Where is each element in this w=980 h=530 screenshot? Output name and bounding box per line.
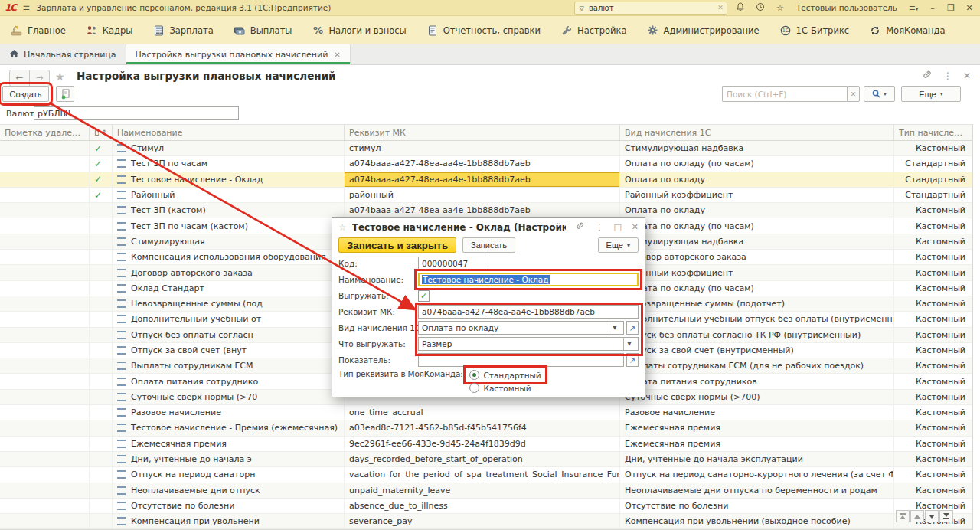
table-row-19[interactable]: Тестовое начисление - Премия (ежемесячна… (0, 420, 972, 436)
tab-1[interactable]: Начальная страница (0, 44, 126, 64)
table-row-4[interactable]: ✓РайонныйрайонныйРайонный коэффициентСта… (0, 188, 972, 203)
export-checkbox[interactable]: ✓ (418, 290, 430, 302)
create-by-copy-button[interactable] (56, 86, 74, 102)
type-cell: Стандартный (894, 156, 972, 171)
list-search-input[interactable] (722, 86, 847, 102)
name-input[interactable]: Тестовое начисление - Оклад (418, 273, 639, 286)
table-row-21[interactable]: Дни, учтенные до начала эdays_recorded_b… (0, 452, 972, 467)
column-header-3[interactable]: Наименование (113, 125, 345, 140)
tab-close-icon[interactable]: ✕ (334, 51, 340, 59)
kind-cell: Компенсация при увольнении (выходное пос… (620, 514, 894, 528)
menu-item-9[interactable]: 1С1С-Битрикс (779, 25, 850, 36)
dialog-link-icon[interactable] (576, 222, 585, 232)
deletion-mark-cell (0, 390, 90, 404)
close-window-icon[interactable]: ✕ (963, 3, 975, 13)
name-value: Оплата питания сотруднико (131, 377, 258, 387)
column-header-6[interactable]: Тип начисления в МояКоманда (894, 125, 972, 140)
create-button[interactable]: Создать (2, 86, 49, 102)
list-more-button[interactable]: Еще ▾ (901, 86, 961, 102)
mk-cell: a03ead8c-7121-4562-b85d-f45b541756f4 (345, 420, 620, 435)
mk-attr-field-row: Реквизит МК: a074baaa-a427-48ea-aa4e-1bb… (338, 305, 639, 319)
menu-item-4[interactable]: Выплаты (234, 25, 292, 36)
type-value: Кастомный (916, 439, 965, 449)
history-clock-icon[interactable] (753, 2, 767, 14)
notifications-bell-icon[interactable] (733, 2, 747, 14)
deletion-mark-cell (0, 514, 90, 528)
attr-type-radio-2[interactable]: Кастомный (467, 382, 543, 394)
dialog-maximize-icon[interactable]: □ (613, 222, 621, 232)
search-options-button[interactable]: ▾ (864, 86, 895, 102)
back-arrow-button[interactable]: ← (9, 70, 30, 87)
menu-item-2[interactable]: Кадры (86, 25, 133, 36)
get-link-icon[interactable] (923, 70, 933, 81)
column-header-5[interactable]: Вид начисления 1С (620, 125, 894, 140)
dialog-titlebar[interactable]: ☆ Тестовое начисление - Оклад (Настройка… (332, 218, 645, 237)
close-form-icon[interactable]: ✕ (963, 70, 971, 81)
main-menu-icon[interactable]: ≡ (22, 2, 30, 13)
type-value: Кастомный (916, 237, 965, 247)
service-menu-icon[interactable]: ≡▾ (906, 3, 920, 13)
table-row-18[interactable]: Разовое начислениеone_time_accrualРазово… (0, 405, 972, 420)
page-down-button[interactable] (925, 510, 939, 522)
attr-type-field-row: Тип реквизита в МояКоманда: СтандартныйК… (338, 369, 639, 394)
open-item-icon[interactable]: ↗ (626, 321, 639, 335)
dropdown-chevron-icon[interactable]: ▼ (623, 338, 635, 350)
accrual-kind-input[interactable]: Оплата по окладу ▼ (418, 321, 624, 335)
column-header-1[interactable]: Пометка удаления (0, 125, 90, 140)
dialog-favorite-star-icon[interactable]: ☆ (338, 222, 347, 233)
dialog-more-button[interactable]: Еще ▾ (598, 237, 639, 253)
type-cell: Кастомный (894, 203, 972, 218)
name-value: Суточные сверх нормы (>70 (131, 392, 257, 402)
table-row-1[interactable]: ✓СтимулстимулСтимулирующая надбавкаКасто… (0, 141, 972, 156)
table-row-24[interactable]: Отсутствие по болезниabsence_due_to_illn… (0, 499, 972, 514)
page-up-button[interactable] (910, 510, 924, 522)
dropdown-chevron-icon[interactable]: ▼ (609, 322, 620, 334)
favorites-star-icon[interactable]: ☆ (773, 3, 787, 13)
go-first-button[interactable] (896, 510, 910, 522)
menu-item-3[interactable]: Зарплата (152, 25, 213, 36)
mk-value: one_time_accrual (349, 407, 423, 417)
table-row-25[interactable]: Компенсация при увольнениseverance_payКо… (0, 514, 972, 529)
go-last-button[interactable] (939, 510, 953, 522)
attr-type-radio-1[interactable]: Стандартный (467, 369, 543, 381)
type-value: Кастомный (916, 469, 965, 479)
table-row-22[interactable]: Отпуск на период санаторнvacation_for_th… (0, 467, 972, 483)
code-input[interactable]: 000000047 (418, 257, 488, 270)
column-header-2[interactable]: Выгр...↑ (90, 125, 113, 140)
menu-item-10[interactable]: МояКоманда (869, 25, 945, 36)
table-row-23[interactable]: Неоплачиваемые дни отпускunpaid_maternit… (0, 483, 972, 499)
dialog-close-icon[interactable]: ✕ (632, 222, 639, 232)
menu-item-5[interactable]: %Налоги и взносы (312, 25, 406, 36)
currency-input[interactable] (34, 106, 239, 120)
global-search-input[interactable]: 🜄 валют ✕ (574, 2, 727, 15)
type-cell: Кастомный (894, 358, 972, 373)
dialog-kebab-menu-icon[interactable]: ⋮ (595, 222, 603, 232)
mk-attr-input[interactable]: a074baaa-a427-48ea-aa4e-1bb888db7aeb (418, 305, 639, 319)
tab-2[interactable]: Настройка выгрузки плановых начислений✕ (126, 44, 351, 64)
name-value: Договор авторского заказа (131, 268, 253, 278)
kebab-menu-icon[interactable]: ⋮ (943, 70, 952, 81)
global-search-value[interactable]: валют (589, 4, 714, 12)
table-row-2[interactable]: ✓Тест ЗП по часамa074baaa-a427-48ea-aa4e… (0, 156, 972, 172)
menu-item-6[interactable]: Отчетность, справки (426, 25, 541, 36)
save-and-close-button[interactable]: Записать и закрыть (338, 237, 456, 253)
column-header-4[interactable]: Реквизит МК (345, 125, 620, 140)
table-row-20[interactable]: Ежемесячная премия9ec2961f-ee66-433e-9d4… (0, 437, 972, 452)
menu-item-7[interactable]: Настройка (560, 25, 627, 36)
radio-dot-icon (469, 370, 479, 380)
open-item-icon[interactable]: ↗ (626, 353, 639, 367)
page-favorite-star-icon[interactable]: ★ (55, 70, 65, 83)
minimize-icon[interactable]: – (926, 3, 939, 13)
save-button[interactable]: Записать (462, 237, 515, 253)
code-field-row: Код: 000000047 (338, 257, 639, 270)
indicator-input[interactable] (418, 353, 624, 367)
search-clear-icon[interactable]: ✕ (717, 4, 724, 11)
forward-arrow-button[interactable]: → (30, 70, 50, 87)
what-export-input[interactable]: Размер ▼ (418, 337, 639, 351)
list-search-clear-icon[interactable]: ✕ (847, 86, 860, 102)
restore-icon[interactable]: ❒ (945, 3, 957, 13)
current-user[interactable]: Тестовый пользователь (796, 3, 897, 12)
table-row-3[interactable]: ✓Тестовое начисление - Окладa074baaa-a42… (0, 172, 972, 188)
menu-item-1[interactable]: Главное (11, 25, 66, 36)
menu-item-8[interactable]: Администрирование (647, 25, 760, 36)
